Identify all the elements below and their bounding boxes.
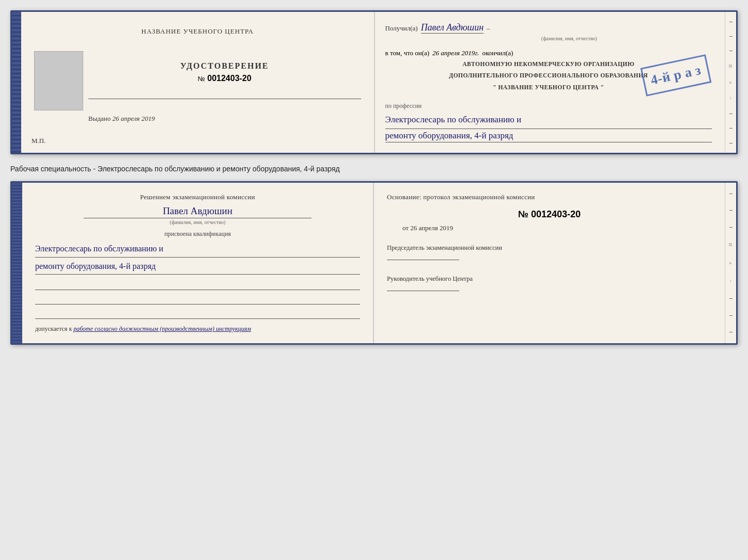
between-text: Рабочая специальность - Электрослесарь п… (10, 161, 738, 175)
edge-mark-a: а (728, 82, 734, 84)
edge-dash-3 (729, 51, 733, 51)
допуск-text: работе согласно должностным (производств… (73, 325, 251, 332)
org-text-line2: ДОПОЛНИТЕЛЬНОГО ПРОФЕССИОНАЛЬНОГО ОБРАЗО… (385, 71, 712, 80)
osnov-number-value: 0012403-20 (531, 209, 581, 219)
issued-label: Выдано (88, 115, 111, 122)
vtom-label: в том, что он(а) (385, 49, 430, 57)
vtom-line: в том, что он(а) 26 апреля 2019г. окончи… (385, 49, 712, 57)
bottom-right-edge-marks: И а ← (725, 183, 736, 343)
blank-line-1 (35, 279, 360, 290)
edge-dash-6 (729, 143, 733, 143)
edge-dash-1 (729, 22, 733, 22)
person-name: Павел Авдюшин (35, 205, 360, 217)
recipient-line: Получил(а) Павел Авдюшин – (385, 22, 712, 34)
допуск-label: допускается к (35, 325, 72, 332)
cert-title: УДОСТОВЕРЕНИЕ (88, 61, 361, 71)
org-text-line3: " НАЗВАНИЕ УЧЕБНОГО ЦЕНТРА " (385, 83, 712, 92)
osnov-number-prefix: № (518, 209, 528, 219)
osnov-date-prefix: от (402, 224, 409, 232)
edge-dash-4 (729, 114, 733, 114)
rukovoditel-label: Руководитель учебного Центра (387, 274, 712, 284)
recipient-sub-label: (фамилия, имя, отчество) (427, 36, 712, 41)
cert-number: № 0012403-20 (88, 74, 361, 83)
top-booklet-left: НАЗВАНИЕ УЧЕБНОГО ЦЕНТРА УДОСТОВЕРЕНИЕ №… (21, 12, 375, 153)
top-booklet-right: 4-й р а з Получил(а) Павел Авдюшин – (фа… (375, 12, 725, 153)
bottom-edge-dash-1 (729, 194, 733, 194)
recipient-name: Павел Авдюшин (421, 22, 484, 33)
osnov-number: № 0012403-20 (387, 209, 712, 220)
edge-dash-2 (729, 36, 733, 37)
profession-line2: ремонту оборудования, 4-й разряд (385, 131, 712, 142)
name-underline (84, 218, 311, 218)
mp-label: М.П. (32, 137, 45, 145)
chair-block: Председатель экзаменационной комиссии (387, 243, 712, 263)
qual-line1: Электрослесарь по обслуживанию и (35, 241, 360, 257)
blank-line-3 (35, 308, 360, 319)
photo-placeholder (34, 51, 83, 110)
issued-date: 26 апреля 2019 (113, 115, 155, 122)
cert-number-value: 0012403-20 (207, 74, 251, 83)
top-booklet: НАЗВАНИЕ УЧЕБНОГО ЦЕНТРА УДОСТОВЕРЕНИЕ №… (10, 10, 738, 154)
chair-label: Председатель экзаменационной комиссии (387, 243, 712, 253)
bottom-edge-dash-3 (729, 227, 733, 228)
bottom-booklet-right: Основание: протокол экзаменационной коми… (374, 183, 725, 343)
issued-line: Выдано 26 апреля 2019 (88, 109, 361, 123)
top-center-title: НАЗВАНИЕ УЧЕБНОГО ЦЕНТРА (142, 27, 254, 36)
vtom-date: 26 апреля 2019г. (432, 49, 479, 57)
osnov-title: Основание: протокол экзаменационной коми… (387, 193, 712, 201)
right-edge-marks: И а ← (725, 12, 736, 153)
org-text-line1: АВТОНОМНУЮ НЕКОММЕРЧЕСКУЮ ОРГАНИЗАЦИЮ (385, 60, 712, 69)
osnov-date-value: 26 апреля 2019 (410, 224, 453, 232)
blank-line-2 (35, 293, 360, 305)
edge-mark-arrow: ← (728, 96, 734, 101)
okonchil-label: окончил(а) (482, 49, 513, 57)
chair-sig-line (387, 260, 459, 260)
edge-dash-5 (729, 128, 733, 129)
page-wrapper: НАЗВАНИЕ УЧЕБНОГО ЦЕНТРА УДОСТОВЕРЕНИЕ №… (10, 10, 738, 345)
допуск-line: допускается к работе согласно должностны… (35, 325, 360, 333)
osnov-date: от 26 апреля 2019 (402, 224, 712, 232)
edge-mark-i: И (728, 65, 734, 68)
cert-number-prefix: № (198, 75, 205, 83)
rukovoditel-block: Руководитель учебного Центра (387, 274, 712, 294)
assigned-label: присвоена квалификация (35, 230, 360, 238)
decision-title: Решением экзаменационной комиссии (35, 193, 360, 201)
rukovoditel-sig-line (387, 291, 459, 291)
top-booklet-left-spine (12, 12, 21, 153)
profession-line1: Электрослесарь по обслуживанию и (385, 112, 712, 130)
bottom-edge-mark-a: а (728, 262, 734, 264)
bottom-edge-dash-6 (729, 332, 733, 332)
bottom-booklet-left-spine (12, 183, 22, 343)
profession-label: по профессии (385, 102, 712, 110)
bottom-edge-dash-2 (729, 210, 733, 211)
bottom-edge-mark-arrow: ← (728, 279, 734, 284)
bottom-edge-mark-i: И (728, 243, 734, 247)
bottom-booklet-left: Решением экзаменационной комиссии Павел … (22, 183, 374, 343)
bottom-edge-dash-4 (729, 298, 733, 299)
recipient-label: Получил(а) (385, 24, 418, 33)
bottom-booklet: Решением экзаменационной комиссии Павел … (10, 181, 738, 345)
bottom-edge-dash-5 (729, 315, 733, 316)
qual-line2: ремонту оборудования, 4-й разряд (35, 259, 360, 275)
person-sub-label: (фамилия, имя, отчество) (35, 219, 360, 225)
